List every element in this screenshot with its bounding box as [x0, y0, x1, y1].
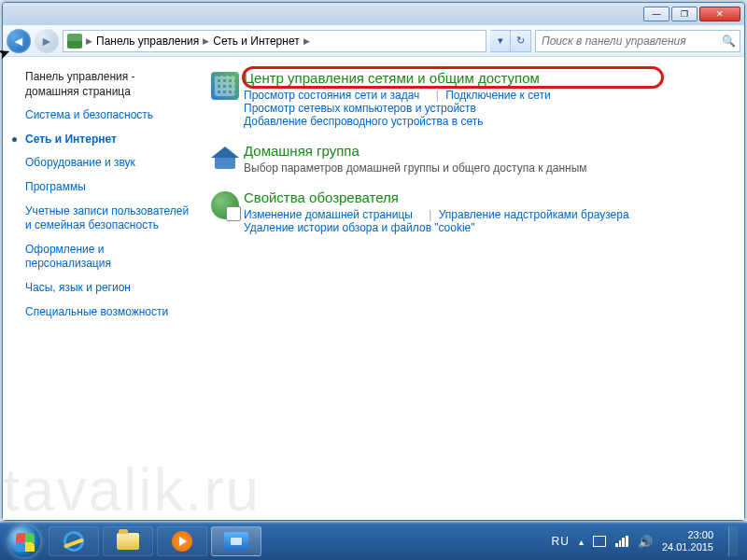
- minimize-button[interactable]: —: [643, 7, 669, 21]
- active-bullet-icon: [12, 137, 17, 142]
- main-panel: Центр управления сетями и общим доступом…: [199, 57, 744, 520]
- homegroup-title[interactable]: Домашняя группа: [244, 143, 359, 159]
- start-button[interactable]: [4, 525, 45, 558]
- network-tray-icon[interactable]: [615, 536, 628, 547]
- control-panel-task-icon: [224, 532, 248, 551]
- separator: |: [436, 89, 439, 102]
- sidebar-item-system[interactable]: Система и безопасность: [25, 108, 190, 123]
- address-dropdown-button[interactable]: ▾: [490, 30, 511, 52]
- separator: |: [429, 208, 431, 221]
- sidebar-item-users[interactable]: Учетные записи пользователей и семейная …: [25, 204, 190, 233]
- sidebar-home[interactable]: Панель управления - домашняя страница: [25, 70, 190, 99]
- forward-button[interactable]: ►: [35, 29, 59, 53]
- sidebar-item-hardware[interactable]: Оборудование и звук: [25, 156, 190, 171]
- section-network-center: Центр управления сетями и общим доступом…: [206, 70, 726, 128]
- system-tray: RU ▴ 🔊 23:00 24.01.2015: [552, 526, 743, 556]
- sidebar-item-programs[interactable]: Программы: [25, 180, 190, 195]
- taskbar: RU ▴ 🔊 23:00 24.01.2015: [0, 523, 747, 560]
- link-view-devices[interactable]: Просмотр сетевых компьютеров и устройств: [244, 102, 476, 115]
- ie-icon: [63, 531, 84, 552]
- taskbar-explorer[interactable]: [103, 526, 153, 556]
- chevron-right-icon: ▶: [303, 36, 310, 46]
- link-view-status[interactable]: Просмотр состояния сети и задач: [244, 89, 419, 102]
- internet-options-icon: [211, 191, 239, 219]
- refresh-button[interactable]: ↻: [511, 30, 531, 52]
- link-delete-history[interactable]: Удаление истории обзора и файлов "cookie…: [244, 221, 475, 234]
- homegroup-icon: [211, 145, 239, 173]
- play-icon: [172, 531, 192, 552]
- tray-overflow-button[interactable]: ▴: [579, 537, 584, 547]
- section-homegroup: Домашняя группа Выбор параметров домашне…: [206, 143, 726, 175]
- breadcrumb-item-0[interactable]: Панель управления: [96, 35, 199, 48]
- breadcrumb[interactable]: ▶ Панель управления ▶ Сеть и Интернет ▶: [63, 30, 486, 52]
- link-change-homepage[interactable]: Изменение домашней страницы: [244, 208, 413, 221]
- language-indicator[interactable]: RU: [552, 535, 570, 548]
- titlebar: — ❐ ✕: [3, 3, 744, 25]
- network-center-icon: [211, 72, 239, 100]
- taskbar-control-panel[interactable]: [211, 526, 261, 556]
- search-box[interactable]: 🔍: [535, 30, 740, 52]
- action-center-icon[interactable]: [593, 536, 606, 547]
- taskbar-ie[interactable]: [49, 526, 99, 556]
- volume-icon[interactable]: 🔊: [638, 535, 653, 549]
- clock[interactable]: 23:00 24.01.2015: [662, 529, 713, 553]
- taskbar-mediaplayer[interactable]: [157, 526, 207, 556]
- breadcrumb-item-1[interactable]: Сеть и Интернет: [213, 35, 299, 48]
- chevron-right-icon: ▶: [86, 36, 92, 46]
- internet-options-title[interactable]: Свойства обозревателя: [244, 189, 399, 205]
- window-frame: — ❐ ✕ ◄ ► ▶ Панель управления ▶ Сеть и И…: [2, 2, 745, 521]
- sidebar-item-access[interactable]: Специальные возможности: [25, 305, 190, 320]
- navbar: ◄ ► ▶ Панель управления ▶ Сеть и Интерне…: [3, 25, 744, 57]
- maximize-button[interactable]: ❐: [671, 7, 698, 21]
- control-panel-icon: [67, 34, 82, 49]
- back-button[interactable]: ◄: [7, 29, 31, 53]
- sidebar: Панель управления - домашняя страница Си…: [3, 57, 199, 520]
- link-add-wireless[interactable]: Добавление беспроводного устройства в се…: [244, 115, 484, 128]
- close-button[interactable]: ✕: [699, 7, 740, 21]
- link-connect[interactable]: Подключение к сети: [445, 89, 550, 102]
- search-input[interactable]: [540, 34, 718, 49]
- content-area: Панель управления - домашняя страница Си…: [3, 57, 744, 520]
- folder-icon: [117, 533, 139, 550]
- chevron-right-icon: ▶: [203, 36, 209, 46]
- sidebar-item-clock[interactable]: Часы, язык и регион: [25, 281, 190, 296]
- windows-orb-icon: [8, 525, 40, 557]
- clock-date: 24.01.2015: [662, 541, 713, 553]
- sidebar-item-appearance[interactable]: Оформление и персонализация: [25, 243, 190, 272]
- search-icon[interactable]: 🔍: [722, 35, 736, 48]
- section-internet-options: Свойства обозревателя Изменение домашней…: [206, 189, 726, 234]
- link-homegroup-options[interactable]: Выбор параметров домашней группы и общег…: [244, 161, 587, 175]
- network-center-title[interactable]: Центр управления сетями и общим доступом: [244, 70, 540, 86]
- show-desktop-button[interactable]: [728, 526, 738, 556]
- clock-time: 23:00: [662, 529, 713, 541]
- link-manage-addons[interactable]: Управление надстройками браузера: [439, 208, 629, 221]
- sidebar-item-network[interactable]: Сеть и Интернет: [25, 133, 117, 147]
